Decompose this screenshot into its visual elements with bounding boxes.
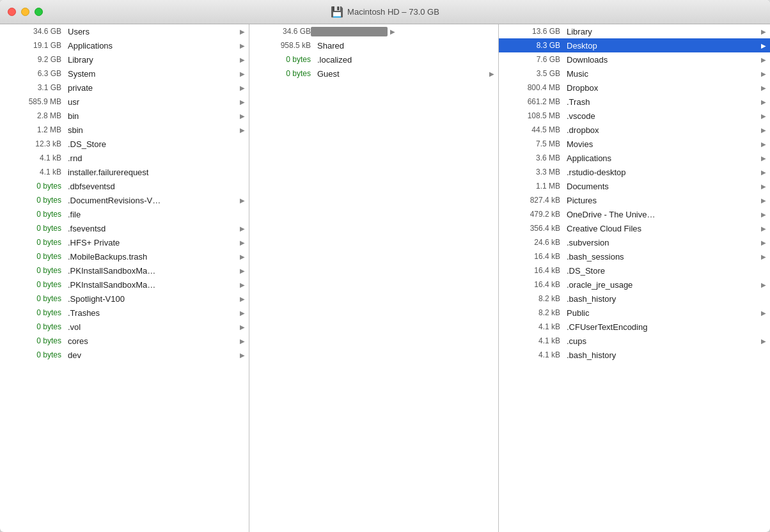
file-name: .PKInstallSandboxMa…: [61, 280, 237, 290]
file-size: 9.2 GB: [4, 55, 61, 64]
list-item[interactable]: 7.5 MBMovies▶: [499, 137, 770, 151]
file-name: .oracle_jre_usage: [560, 280, 758, 290]
list-item[interactable]: 661.2 MB.Trash▶: [499, 95, 770, 109]
chevron-icon: ▶: [761, 155, 766, 162]
maximize-button[interactable]: [35, 8, 43, 16]
file-name: Shared: [311, 41, 487, 51]
close-button[interactable]: [8, 8, 16, 16]
list-item[interactable]: 4.1 kBinstaller.failurerequest: [0, 165, 249, 179]
file-size: 19.1 GB: [4, 41, 61, 50]
list-item[interactable]: 3.5 GBMusic▶: [499, 66, 770, 81]
list-item[interactable]: 0 bytes.PKInstallSandboxMa…▶: [0, 278, 249, 292]
list-item[interactable]: 1.1 MBDocuments▶: [499, 179, 770, 193]
drive-icon: 💾: [331, 6, 343, 18]
list-item[interactable]: 2.8 MBbin▶: [0, 109, 249, 123]
chevron-icon: ▶: [761, 211, 766, 218]
file-size: 0 bytes: [4, 238, 61, 247]
list-item[interactable]: 3.3 MB.rstudio-desktop▶: [499, 165, 770, 179]
list-item[interactable]: 0 bytesdev▶: [0, 348, 249, 362]
list-item[interactable]: 8.3 GBDesktop▶: [499, 38, 770, 52]
file-size: 108.5 MB: [503, 111, 560, 120]
list-item[interactable]: 9.2 GBLibrary▶: [0, 52, 249, 66]
file-name: Applications: [560, 153, 758, 163]
titlebar: 💾 Macintosh HD – 73.0 GB: [0, 0, 770, 24]
chevron-icon: ▶: [240, 253, 245, 260]
list-item[interactable]: 356.4 kBCreative Cloud Files▶: [499, 221, 770, 235]
list-item[interactable]: 8.2 kB.bash_history: [499, 292, 770, 306]
file-size: 4.1 kB: [4, 153, 61, 162]
chevron-icon: ▶: [240, 267, 245, 274]
list-item[interactable]: 12.3 kB.DS_Store: [0, 137, 249, 151]
list-item[interactable]: 8.2 kBPublic▶: [499, 306, 770, 320]
list-item[interactable]: 0 bytes.MobileBackups.trash▶: [0, 249, 249, 263]
file-size: 16.4 kB: [503, 266, 560, 275]
list-item[interactable]: 3.1 GBprivate▶: [0, 81, 249, 95]
chevron-icon: ▶: [761, 169, 766, 176]
list-item[interactable]: 1.2 MBsbin▶: [0, 123, 249, 137]
list-item[interactable]: 108.5 MB.vscode▶: [499, 109, 770, 123]
list-item[interactable]: 827.4 kBPictures▶: [499, 193, 770, 207]
chevron-icon: ▶: [240, 28, 245, 35]
file-size: 7.5 MB: [503, 139, 560, 148]
list-item[interactable]: 0 bytesGuest▶: [249, 66, 498, 81]
list-item[interactable]: 4.1 kB.cups▶: [499, 334, 770, 348]
list-item[interactable]: 16.4 kB.bash_sessions▶: [499, 249, 770, 263]
list-item[interactable]: 24.6 kB.subversion▶: [499, 235, 770, 249]
chevron-icon: ▶: [761, 183, 766, 190]
window-title: 💾 Macintosh HD – 73.0 GB: [331, 6, 439, 18]
minimize-button[interactable]: [21, 8, 29, 16]
list-item[interactable]: 585.9 MBusr▶: [0, 95, 249, 109]
list-item[interactable]: 4.1 kB.CFUserTextEncoding: [499, 320, 770, 334]
file-size: 0 bytes: [253, 69, 311, 78]
chevron-icon: ▶: [761, 28, 766, 35]
list-item[interactable]: 19.1 GBApplications▶: [0, 38, 249, 52]
file-name: Documents: [560, 182, 758, 191]
file-name: .dbfseventsd: [61, 182, 237, 191]
file-size: 958.5 kB: [253, 41, 311, 50]
list-item[interactable]: 0 bytes.file: [0, 207, 249, 221]
list-item[interactable]: 4.1 kB.rnd: [0, 151, 249, 165]
list-item[interactable]: 13.6 GBLibrary▶: [499, 24, 770, 38]
file-size: 3.5 GB: [503, 69, 560, 78]
list-item[interactable]: 34.6 GB████████████▶: [249, 24, 498, 38]
file-size: 1.1 MB: [503, 182, 560, 191]
list-item[interactable]: 800.4 MBDropbox▶: [499, 81, 770, 95]
list-item[interactable]: 0 bytes.DocumentRevisions-V…▶: [0, 193, 249, 207]
file-size: 800.4 MB: [503, 83, 560, 92]
list-item[interactable]: 0 bytes.Spotlight-V100▶: [0, 292, 249, 306]
file-size: 7.6 GB: [503, 55, 560, 64]
list-item[interactable]: 0 bytes.HFS+ Private▶: [0, 235, 249, 249]
list-item[interactable]: 479.2 kBOneDrive - The Unive…▶: [499, 207, 770, 221]
list-item[interactable]: 0 bytes.PKInstallSandboxMa…▶: [0, 263, 249, 278]
chevron-icon: ▶: [240, 98, 245, 106]
file-name: .subversion: [560, 238, 758, 247]
chevron-icon: ▶: [761, 56, 766, 63]
list-item[interactable]: 0 bytes.vol▶: [0, 320, 249, 334]
list-item[interactable]: 958.5 kBShared: [249, 38, 498, 52]
list-item[interactable]: 0 bytes.fseventsd▶: [0, 221, 249, 235]
file-name: dev: [61, 350, 237, 360]
list-item[interactable]: 0 bytes.localized: [249, 52, 498, 66]
list-item[interactable]: 7.6 GBDownloads▶: [499, 52, 770, 66]
list-item[interactable]: 0 bytes.dbfseventsd: [0, 179, 249, 193]
list-item[interactable]: 4.1 kB.bash_history: [499, 348, 770, 362]
chevron-icon: ▶: [390, 28, 395, 35]
chevron-icon: ▶: [761, 225, 766, 232]
chevron-icon: ▶: [240, 127, 245, 134]
file-name: cores: [61, 336, 237, 346]
list-item[interactable]: 0 bytescores▶: [0, 334, 249, 348]
list-item[interactable]: 16.4 kB.DS_Store: [499, 263, 770, 278]
list-item[interactable]: 16.4 kB.oracle_jre_usage▶: [499, 278, 770, 292]
chevron-icon: ▶: [240, 84, 245, 91]
list-item[interactable]: 3.6 MBApplications▶: [499, 151, 770, 165]
list-item[interactable]: 0 bytes.Trashes▶: [0, 306, 249, 320]
list-item[interactable]: 6.3 GBSystem▶: [0, 66, 249, 81]
file-size: 16.4 kB: [503, 252, 560, 261]
list-item[interactable]: 34.6 GBUsers▶: [0, 24, 249, 38]
file-name: .MobileBackups.trash: [61, 252, 237, 262]
list-item[interactable]: 44.5 MB.dropbox▶: [499, 123, 770, 137]
chevron-icon: ▶: [240, 352, 245, 359]
file-name: .rstudio-desktop: [560, 168, 758, 177]
file-name: .HFS+ Private: [61, 238, 237, 247]
file-name: .dropbox: [560, 125, 758, 135]
